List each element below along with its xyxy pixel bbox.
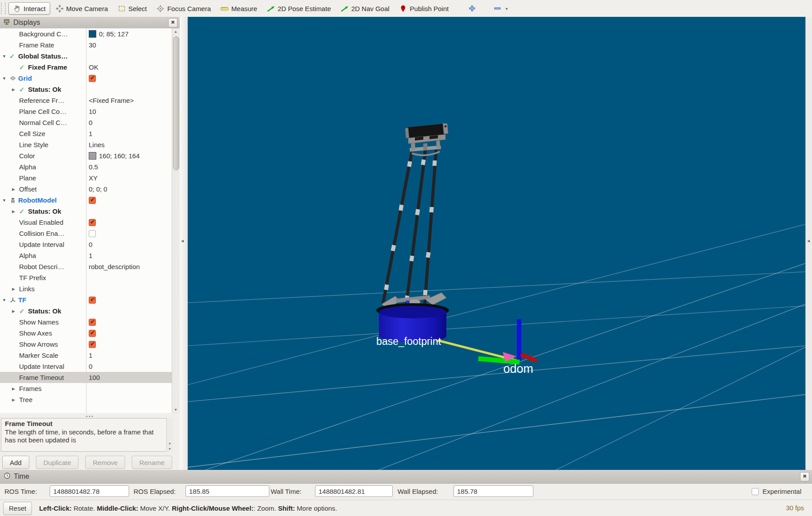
- tree-row-color[interactable]: Color160; 160; 164: [0, 150, 172, 161]
- property-value[interactable]: 0; 85; 127: [87, 28, 172, 39]
- expander-closed-icon[interactable]: ▶: [12, 309, 19, 313]
- tool-2d-pose-estimate[interactable]: 2D Pose Estimate: [263, 2, 335, 15]
- tree-row-show-axes[interactable]: Show Axes: [0, 328, 172, 339]
- tree-row-collision-ena[interactable]: Collision Ena…: [0, 228, 172, 239]
- tree-row-global-status[interactable]: ▼✓Global Status…: [0, 51, 172, 62]
- tree-row-grid[interactable]: ▼Grid: [0, 73, 172, 84]
- tree-row-marker-scale[interactable]: Marker Scale1: [0, 350, 172, 361]
- property-value[interactable]: [87, 84, 172, 95]
- tree-row-tree[interactable]: ▶Tree: [0, 394, 172, 405]
- property-value[interactable]: 160; 160; 164: [87, 150, 172, 161]
- expander-closed-icon[interactable]: ▶: [12, 209, 19, 214]
- property-value[interactable]: 0; 0; 0: [87, 184, 172, 195]
- property-value[interactable]: [87, 305, 172, 317]
- property-value[interactable]: [87, 217, 172, 228]
- enabled-checkbox[interactable]: [89, 341, 96, 348]
- tree-row-status-ok[interactable]: ▶✓Status: Ok: [0, 84, 172, 95]
- scroll-up-icon[interactable]: ▲: [172, 28, 179, 35]
- property-value[interactable]: [87, 228, 172, 239]
- right-panel-splitter[interactable]: ◂: [805, 17, 812, 470]
- tree-row-status-ok[interactable]: ▶✓Status: Ok: [0, 305, 172, 317]
- tree-row-reference-fr[interactable]: Reference Fr…<Fixed Frame>: [0, 95, 172, 106]
- property-value[interactable]: 0: [87, 239, 172, 250]
- tree-row-plane-cell-co[interactable]: Plane Cell Co…10: [0, 106, 172, 117]
- tree-row-frame-timeout[interactable]: Frame Timeout100: [0, 372, 172, 383]
- property-value[interactable]: [87, 317, 172, 328]
- property-value[interactable]: [87, 206, 172, 217]
- panel-viewport-splitter[interactable]: ◂: [180, 17, 188, 470]
- duplicate-button[interactable]: Duplicate: [36, 456, 79, 469]
- add-button[interactable]: Add: [2, 456, 29, 469]
- enabled-checkbox[interactable]: [89, 319, 96, 326]
- scroll-down-icon[interactable]: ▼: [167, 447, 173, 450]
- tool-2d-nav-goal[interactable]: 2D Nav Goal: [336, 2, 394, 15]
- property-value[interactable]: [87, 195, 172, 206]
- property-value[interactable]: [87, 328, 172, 339]
- property-value[interactable]: [87, 339, 172, 350]
- experimental-checkbox[interactable]: [752, 488, 759, 495]
- remove-button[interactable]: Remove: [85, 456, 125, 469]
- description-scrollbar[interactable]: ▲ ▼: [166, 418, 173, 452]
- wall-time-input[interactable]: [315, 485, 393, 497]
- property-value[interactable]: 0.5: [87, 161, 172, 172]
- tree-row-robot-descri[interactable]: Robot Descri…robot_description: [0, 261, 172, 272]
- property-value[interactable]: 0: [87, 117, 172, 128]
- property-value[interactable]: <Fixed Frame>: [87, 95, 172, 106]
- property-value[interactable]: [87, 294, 172, 305]
- property-value[interactable]: [87, 394, 172, 405]
- tree-row-plane[interactable]: PlaneXY: [0, 172, 172, 184]
- property-value[interactable]: 0: [87, 361, 172, 372]
- property-value[interactable]: Lines: [87, 139, 172, 150]
- property-value[interactable]: [87, 51, 172, 62]
- wall-elapsed-input[interactable]: [453, 485, 533, 497]
- expander-open-icon[interactable]: ▼: [2, 298, 9, 302]
- property-value[interactable]: [87, 73, 172, 84]
- expander-closed-icon[interactable]: ▶: [12, 287, 19, 291]
- scrollbar-thumb[interactable]: [173, 36, 179, 170]
- expander-open-icon[interactable]: ▼: [2, 54, 9, 59]
- enabled-checkbox[interactable]: [89, 219, 96, 226]
- tree-row-offset[interactable]: ▶Offset0; 0; 0: [0, 184, 172, 195]
- close-icon[interactable]: ✖: [800, 472, 809, 481]
- expander-closed-icon[interactable]: ▶: [12, 398, 19, 402]
- tree-scrollbar[interactable]: ▲ ▼: [172, 28, 180, 413]
- remove-tool-button[interactable]: ▾: [491, 2, 510, 15]
- tree-row-tf-prefix[interactable]: TF Prefix: [0, 272, 172, 283]
- property-value[interactable]: OK: [87, 62, 172, 73]
- tree-row-normal-cell-c[interactable]: Normal Cell C…0: [0, 117, 172, 128]
- tree-row-show-arrows[interactable]: Show Arrows: [0, 339, 172, 350]
- ros-elapsed-input[interactable]: [185, 485, 269, 497]
- expander-open-icon[interactable]: ▼: [2, 76, 9, 81]
- property-value[interactable]: 100: [87, 372, 172, 383]
- tool-focus-camera[interactable]: Focus Camera: [152, 2, 215, 15]
- tool-interact[interactable]: Interact: [8, 2, 50, 15]
- tree-row-status-ok[interactable]: ▶✓Status: Ok: [0, 206, 172, 217]
- tree-row-alpha[interactable]: Alpha1: [0, 250, 172, 261]
- 3d-viewport[interactable]: base_footprint odom: [188, 17, 805, 470]
- toolbar-drag-handle[interactable]: [1, 3, 6, 14]
- tool-select[interactable]: Select: [113, 2, 151, 15]
- scroll-up-icon[interactable]: ▲: [167, 442, 173, 445]
- tree-row-update-interval[interactable]: Update Interval0: [0, 361, 172, 372]
- scroll-down-icon[interactable]: ▼: [172, 407, 179, 413]
- expander-closed-icon[interactable]: ▶: [12, 187, 19, 192]
- property-value[interactable]: 1: [87, 250, 172, 261]
- collapse-left-icon[interactable]: ◂: [181, 238, 184, 244]
- enabled-checkbox[interactable]: [89, 230, 96, 237]
- expander-closed-icon[interactable]: ▶: [12, 87, 19, 92]
- tree-row-background-c[interactable]: Background C…0; 85; 127: [0, 28, 172, 39]
- ros-time-input[interactable]: [50, 485, 129, 497]
- tree-row-frames[interactable]: ▶Frames: [0, 383, 172, 394]
- property-value[interactable]: [87, 283, 172, 294]
- tree-row-alpha[interactable]: Alpha0.5: [0, 161, 172, 172]
- tree-row-update-interval[interactable]: Update Interval0: [0, 239, 172, 250]
- tool-measure[interactable]: Measure: [216, 2, 261, 15]
- tree-row-visual-enabled[interactable]: Visual Enabled: [0, 217, 172, 228]
- tree-row-cell-size[interactable]: Cell Size1: [0, 128, 172, 139]
- tool-publish-point[interactable]: Publish Point: [395, 2, 453, 15]
- tree-row-show-names[interactable]: Show Names: [0, 317, 172, 328]
- tree-row-tf[interactable]: ▼TF: [0, 294, 172, 305]
- close-icon[interactable]: ✖: [168, 18, 177, 27]
- property-value[interactable]: 30: [87, 39, 172, 51]
- rename-button[interactable]: Rename: [132, 456, 172, 469]
